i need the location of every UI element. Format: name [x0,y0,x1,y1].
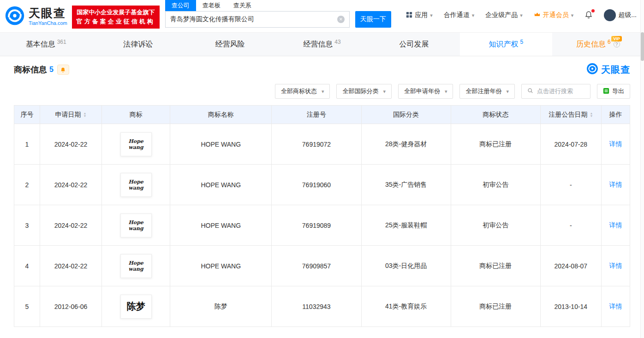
clear-icon[interactable]: × [337,16,345,23]
cell-action: 详情 [601,286,630,327]
chevron-down-icon: ▾ [520,12,523,18]
table-search[interactable]: 点击进行搜索 [521,84,590,99]
certification-line1: 国家中小企业发展子基金旗下 [77,8,155,17]
search-type-tabs: 查公司 查老板 查关系 [165,0,391,11]
filters-bar: 全部商标状态 ▾ 全部国际分类 ▾ 全部申请年份 ▾ 全部注册年份 ▾ 点击进行… [14,84,630,99]
col-reg-number: 注册号 [272,106,361,124]
cell-intl-class: 25类-服装鞋帽 [361,205,451,246]
question-icon[interactable]: ? [614,41,620,47]
scrollbar [640,0,644,338]
tab-basic-info[interactable]: 基本信息 361 [0,33,92,56]
logo-brand-text: 天眼查 [29,7,67,19]
cell-trademark: Hope wang [102,246,170,286]
col-action: 操作 [601,106,630,124]
cell-index: 1 [14,124,40,165]
detail-link[interactable]: 详情 [609,140,622,148]
scrollbar-thumb[interactable] [641,32,644,61]
cell-action: 详情 [601,165,630,205]
tianyancha-logo-icon [586,63,598,77]
nav-user-label: 超级... [618,11,637,19]
watermark-brand-text: 天眼查 [601,64,630,76]
col-apply-date[interactable]: 申请日期▲▼ [40,106,102,124]
cell-trademark: Hope wang [102,165,170,205]
nav-vip-label: 开通会员 [543,11,569,19]
cell-intl-class: 35类-广告销售 [361,165,451,205]
sort-icon: ▲▼ [590,112,593,118]
tab-operational-risk[interactable]: 经营风险 [184,33,276,56]
tab-business-info[interactable]: 经营信息 43 [276,33,368,56]
nav-vip-membership[interactable]: 开通会员 ▾ [534,11,574,19]
detail-link[interactable]: 详情 [609,221,622,229]
tab-label: 法律诉讼 [123,40,153,49]
filter-trademark-status[interactable]: 全部商标状态 ▾ [275,84,330,99]
cell-status: 商标已注册 [451,124,540,165]
trademark-image[interactable]: Hope wang [120,173,152,197]
tianyancha-logo[interactable]: 天眼查 TianYanCha.com [5,6,67,28]
filter-intl-class[interactable]: 全部国际分类 ▾ [336,84,392,99]
col-intl-class: 国际分类 [361,106,451,124]
col-announce-date[interactable]: 注册公告日期▲▼ [540,106,601,124]
search-tab-relation[interactable]: 查关系 [227,0,258,11]
sort-icon: ▲▼ [83,112,87,118]
cell-apply-date: 2024-02-22 [40,205,102,246]
cell-reg-number: 76909857 [272,246,361,286]
detail-link[interactable]: 详情 [609,181,622,188]
tab-intellectual-property[interactable]: 知识产权 5 [460,33,552,56]
chevron-down-icon: ▾ [506,89,509,95]
filter-label: 全部国际分类 [342,87,378,95]
cell-apply-date: 2012-06-06 [40,286,102,327]
export-button[interactable]: 导出 [597,84,630,99]
cell-index: 5 [14,286,40,327]
filter-register-year[interactable]: 全部注册年份 ▾ [459,84,515,99]
trademark-image[interactable]: 陈梦 [120,295,152,319]
tab-count: 5 [520,39,523,45]
nav-user[interactable]: 超级... [604,9,637,21]
cell-trademark: Hope wang [102,124,170,165]
col-trademark-name: 商标名称 [170,106,272,124]
section-head: 商标信息 5 天眼查 [14,63,630,77]
section-count: 5 [49,65,54,74]
bell-icon [60,67,66,73]
chevron-down-icon: ▾ [445,89,447,95]
nav-cooperation[interactable]: 合作通道 ▾ [444,11,475,19]
tab-label: 经营风险 [215,40,245,49]
trademark-image[interactable]: Hope wang [120,254,152,278]
tab-count: 6 [608,39,611,45]
crown-icon [534,11,541,19]
detail-link[interactable]: 详情 [609,302,622,310]
cell-trademark-name: 陈梦 [170,286,272,327]
tab-history-info[interactable]: VIP 历史信息 6 ? [552,33,644,56]
search-button[interactable]: 天眼一下 [355,11,391,28]
notification-bell[interactable] [584,11,593,20]
certification-line2: 官方备案企业征信机构 [77,17,155,26]
trademark-table-body: 1 2024-02-22 Hope wang HOPE WANG 7691907… [14,124,630,327]
export-icon [603,88,609,95]
nav-cooperation-label: 合作通道 [444,11,470,19]
chevron-down-icon: ▾ [472,12,475,18]
search-input[interactable] [170,16,337,23]
tab-company-development[interactable]: 公司发展 [368,33,460,56]
chevron-down-icon: ▾ [571,12,574,18]
tab-count: 361 [57,39,66,45]
search-tab-company[interactable]: 查公司 [165,0,196,11]
table-header-row: 序号 申请日期▲▼ 商标 商标名称 注册号 国际分类 商标状态 注册公告日期▲▼… [14,106,630,124]
trademark-image[interactable]: Hope wang [120,213,152,237]
table-row: 5 2012-06-06 陈梦 陈梦 11032943 41类-教育娱乐 商标已… [14,286,630,327]
detail-link[interactable]: 详情 [609,262,622,269]
nav-enterprise-label: 企业级产品 [485,11,518,19]
main-content: 商标信息 5 天眼查 全部商标状态 ▾ [0,63,644,327]
search-tab-boss[interactable]: 查老板 [196,0,227,11]
tab-label: 基本信息 [26,40,55,49]
trademark-image[interactable]: Hope wang [120,132,152,156]
filter-apply-year[interactable]: 全部申请年份 ▾ [398,84,453,99]
cell-announce-date: 2013-10-14 [540,286,601,327]
cell-status: 初审公告 [451,165,540,205]
nav-enterprise[interactable]: 企业级产品 ▾ [485,11,523,19]
nav-apps[interactable]: 应用 ▾ [406,11,433,19]
tab-legal-litigation[interactable]: 法律诉讼 [92,33,184,56]
table-row: 2 2024-02-22 Hope wang HOPE WANG 7691906… [14,165,630,205]
cell-apply-date: 2024-02-22 [40,165,102,205]
table-row: 1 2024-02-22 Hope wang HOPE WANG 7691907… [14,124,630,165]
cell-index: 3 [14,205,40,246]
monitor-bell-button[interactable] [57,65,69,75]
